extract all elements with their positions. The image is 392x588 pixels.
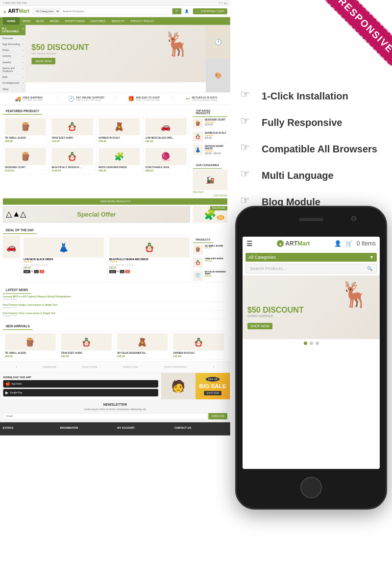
top-rated-info-1: DESIGNER COURT ★★★★★ £100.00	[205, 119, 225, 128]
new-product-img-3: 🧸	[117, 333, 168, 350]
nav-privacy[interactable]: PRIVACY POLICY	[128, 17, 157, 25]
product-5[interactable]: 🪵 DESIGNER COURT £120.00	[3, 146, 49, 174]
top-rated-img-2: 🪆	[193, 132, 203, 142]
feature-text-2: Fully Responsive	[262, 117, 343, 128]
phone-cart-icon[interactable]: 🛒	[345, 240, 353, 247]
new-product-2[interactable]: 🪆 CRAS EGET AUDIO £80.00	[59, 331, 114, 360]
deal-product-1[interactable]: 👗 LOW NECK BLACK DRESS ★★★★☆ Lorem ipsum…	[22, 235, 106, 283]
nav-blog[interactable]: BLOG	[33, 17, 47, 25]
category-select[interactable]: All Categories	[33, 8, 60, 14]
nav-features[interactable]: FEATURES	[88, 17, 108, 25]
deal-price-2: £60.00	[109, 267, 190, 269]
newsletter-email[interactable]	[3, 413, 207, 419]
sale-shop-btn[interactable]: SHOP NOW	[204, 391, 221, 395]
deal-section: DEAL OF THE DAY 🚗 👗 LOW NECK BLACK DRESS…	[0, 224, 230, 284]
product-name-5: DESIGNER COURT	[5, 166, 46, 169]
cart-button[interactable]: 🛒 SHOPPING CART	[193, 8, 227, 14]
gplus-icon[interactable]: g+	[224, 1, 227, 4]
nav-next-brand[interactable]: ›	[213, 365, 215, 370]
dot-1[interactable]	[304, 342, 307, 345]
newsletter-submit[interactable]: SUBSCRIB	[208, 413, 227, 419]
cat-egg[interactable]: Egg Decorating ›	[0, 41, 25, 47]
featured-section: FEATURED PRODUCT 🪵 TIC SMALL ALESSI £65.…	[3, 106, 190, 197]
phone-frame: ☰ ▲ ARTMart 👤 🛒 0 Items All Cat	[235, 206, 387, 510]
news-1[interactable]: Anyomp WPS is a NYC Agency Repress Sitti…	[3, 294, 227, 302]
products-sidebar: PRODUCTS 🪵 TIC SMALL ALESSI £65.00 🪆 C	[193, 235, 227, 283]
store-scaled-content: 1 800 000 500 545 f t g+ ▲ ARTMart All C…	[0, 0, 230, 436]
new-product-1[interactable]: 🪵 TIC SMALL ALESSI £65.00	[3, 331, 58, 360]
deal-desc-2: Lorem ipsum dolor sit amet...	[109, 264, 190, 266]
cat-sports[interactable]: Sports and Outdoors ›	[0, 65, 25, 74]
new-product-price-3: £90.00	[117, 355, 168, 358]
return-icon: ↩	[186, 96, 190, 102]
nav-prev-brand[interactable]: ‹	[16, 365, 17, 370]
footer-contact-title: CONTACT US	[174, 426, 227, 429]
product-name-8: STRETCHABLE JEAN	[145, 166, 186, 169]
cat-drops[interactable]: Drops ›	[0, 48, 25, 53]
phone-home-button[interactable]	[300, 477, 322, 498]
cat-other[interactable]: Other ›	[0, 86, 25, 92]
categories-image: 🚂	[193, 170, 227, 190]
product-img-1: 🪵	[5, 118, 46, 135]
newsletter-text: Lorem ipsum dolor sit amet, consectetur …	[3, 408, 227, 411]
feature-win: 🎁 WIN $100 TO SHOP Refer A Friend And Wi…	[115, 96, 173, 102]
nav-shop[interactable]: SHOP	[20, 17, 33, 25]
facebook-icon[interactable]: f	[219, 1, 220, 4]
product-6[interactable]: 🪆 BEAUTIFULLY DESIGN R... £140.00	[49, 146, 95, 174]
search-button[interactable]: 🔍	[172, 8, 182, 14]
win-text: WIN $100 TO SHOP Refer A Friend And Win	[136, 96, 160, 101]
search-input[interactable]	[60, 8, 172, 14]
new-product-img-2: 🪆	[61, 333, 111, 350]
dot-2[interactable]	[310, 342, 313, 345]
new-product-3[interactable]: 🧸 SKY BLUE DESIGNER SH... £90.00	[115, 331, 170, 360]
google-play-btn[interactable]: ▶ Google Play	[3, 389, 158, 396]
sidebar-info-1: TIC SMALL ALESSI £65.00	[205, 245, 223, 254]
cat-bath[interactable]: Bath ›	[0, 74, 25, 80]
product-name-3: DAPIBUS IN SCALF	[98, 136, 140, 139]
cat-overview[interactable]: Overview ›	[0, 35, 25, 41]
categories-toggle[interactable]: ≡	[22, 27, 24, 33]
nav-home[interactable]: HOME	[3, 17, 20, 25]
new-product-4[interactable]: 🪆 DAPIBUS IN SCALF £35.00	[171, 331, 226, 360]
news-3[interactable]: Post Farmset: Chat: Lorem ipsum is Simpl…	[3, 311, 227, 319]
dresses-link[interactable]: DRESSES	[193, 190, 227, 195]
cat-jackets[interactable]: Jackets ›	[0, 53, 25, 59]
phone-menu-icon[interactable]: ☰	[246, 240, 253, 247]
header-icons: 👤 🛒 SHOPPING CART	[185, 8, 227, 14]
product-3[interactable]: 🧸 DAPIBUS IN SCALF £35.00	[97, 116, 142, 145]
phone-search-bar[interactable]: Search Products... 🔍	[245, 264, 377, 273]
twitter-icon[interactable]: t	[221, 1, 222, 4]
top-rated-2[interactable]: 🪆 DAPIBUS IN SCALF ★★★★☆ £35.00	[193, 130, 227, 144]
top-rated-3[interactable]: 👗 ANTIQUE SHORT DRESS ★★★★☆ £30.00 - £90…	[193, 144, 227, 157]
nav-shortcodes[interactable]: SHORTCODES	[62, 17, 88, 25]
phone-screen: ☰ ▲ ARTMart 👤 🛒 0 Items All Cat	[243, 237, 380, 469]
sidebar-img-1: 🪵	[193, 245, 203, 254]
top-rated-1[interactable]: 🪵 DESIGNER COURT ★★★★★ £100.00	[193, 117, 227, 130]
product-7[interactable]: 🧩 WHITE DESIGNER DRESS £99.00	[97, 146, 142, 174]
news-2[interactable]: Post Farmset: Image: Lorem ipsum is Simp…	[3, 302, 227, 311]
hero-shop-button[interactable]: SHOP NOW	[31, 58, 55, 64]
sidebar-product-2[interactable]: 🪆 CRAS EGET AUDIO £45.00	[193, 256, 227, 270]
footer: EXTRAS INFORMATION MY ACCOUNT CONTACT US	[0, 422, 230, 436]
dot-3[interactable]	[316, 342, 319, 345]
product-8[interactable]: 🧶 STRETCHABLE JEAN £88.00	[143, 146, 189, 174]
deal-img-2: 🪆	[109, 237, 190, 257]
phone-banner-btn[interactable]: SHOP NOW	[247, 323, 272, 329]
phone-user-icon[interactable]: 👤	[334, 240, 342, 247]
view-more-button[interactable]: VIEW MORE PRODUCTS	[3, 198, 227, 205]
deal-product-2[interactable]: 🪆 BEAUTIFULLY DESIGN RED DRESS ★★★★☆ Lor…	[107, 235, 192, 283]
cat-jewelry[interactable]: Jewelry ›	[0, 59, 25, 65]
app-store-btn[interactable]: 🍎 App Store	[3, 380, 158, 388]
product-4[interactable]: 🚗 LOW NECK BLACK DRE... £90.00	[143, 116, 189, 145]
phone-category-dropdown[interactable]: All Categories ▼	[245, 253, 377, 262]
sidebar-product-3[interactable]: 👕 SKY BLUE DESIGNED SHIRT £30.00	[193, 270, 227, 283]
cat-uncategorized[interactable]: Uncategorized ›	[0, 80, 25, 86]
nav-wishlist[interactable]: WISHLIST	[109, 17, 128, 25]
nav-media[interactable]: MEDIA	[47, 17, 62, 25]
shop-more-link[interactable]: SHOP MORE	[193, 195, 227, 197]
user-icon[interactable]: 👤	[185, 9, 189, 13]
product-2[interactable]: 🪆 CRAS EGET AUDIO £45.00	[49, 116, 95, 145]
product-1[interactable]: 🪵 TIC SMALL ALESSI £65.00	[3, 116, 49, 145]
download-section: DOWNLOAD THIS APP 🍎 App Store ▶ Google P…	[0, 373, 161, 399]
sidebar-product-1[interactable]: 🪵 TIC SMALL ALESSI £65.00	[193, 243, 227, 256]
